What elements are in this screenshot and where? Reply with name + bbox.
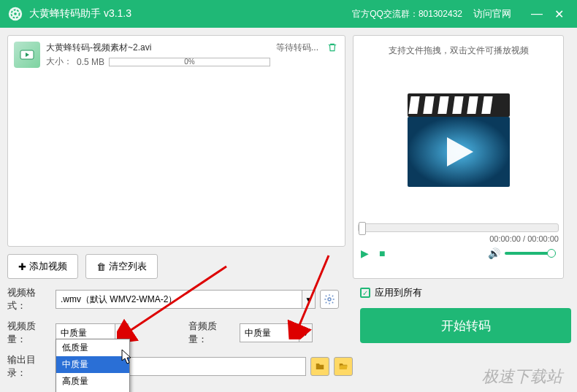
file-name: 大黄蜂转码-视频素材~2.avi bbox=[46, 42, 270, 54]
quality-dropdown: 低质量 中质量 高质量 默认 bbox=[56, 339, 130, 392]
svg-point-2 bbox=[14, 12, 17, 15]
chevron-down-icon: ▼ bbox=[299, 324, 312, 342]
quality-option-low[interactable]: 低质量 bbox=[56, 339, 129, 356]
seek-slider[interactable] bbox=[358, 223, 559, 232]
minimize-button[interactable]: — bbox=[526, 7, 548, 20]
start-transcode-button[interactable]: 开始转码 bbox=[360, 308, 571, 343]
file-status: 等待转码... bbox=[276, 42, 323, 54]
titlebar: 大黄蜂转码助手 v3.1.3 官方QQ交流群：801302432 访问官网 — … bbox=[0, 0, 577, 28]
video-quality-label: 视频质量： bbox=[7, 320, 51, 346]
apply-all-label: 应用到所有 bbox=[375, 286, 422, 299]
time-display: 00:00:00 / 00:00:00 bbox=[358, 234, 559, 243]
official-site-link[interactable]: 访问官网 bbox=[473, 7, 511, 20]
open-folder-button[interactable] bbox=[334, 357, 353, 376]
output-dir-label: 输出目录： bbox=[7, 353, 51, 380]
file-list: 大黄蜂转码-视频素材~2.avi 大小： 0.5 MB 0% 等待转码... bbox=[7, 35, 345, 247]
video-format-select[interactable]: .wmv（默认 WMV2-WMA-2）▼ bbox=[56, 290, 316, 309]
video-format-label: 视频格式： bbox=[7, 286, 51, 312]
delete-file-button[interactable] bbox=[327, 42, 339, 54]
browse-folder-button[interactable] bbox=[310, 357, 329, 376]
app-logo-icon bbox=[7, 6, 23, 22]
play-button[interactable]: ▶ bbox=[361, 247, 369, 259]
video-file-icon bbox=[14, 42, 40, 68]
preview-panel: 支持文件拖拽，双击文件可播放视频 00:00:00 / 00:00:00 ▶ ■… bbox=[353, 35, 564, 279]
file-size-label: 大小： bbox=[46, 55, 72, 68]
app-title: 大黄蜂转码助手 v3.1.3 bbox=[29, 7, 131, 20]
add-video-button[interactable]: ✚添加视频 bbox=[7, 254, 78, 279]
progress-bar: 0% bbox=[109, 58, 270, 66]
stop-button[interactable]: ■ bbox=[379, 247, 385, 259]
video-preview[interactable] bbox=[364, 64, 554, 210]
preview-hint: 支持文件拖拽，双击文件可播放视频 bbox=[389, 45, 529, 57]
close-button[interactable]: ✕ bbox=[548, 7, 570, 21]
audio-quality-label: 音频质量： bbox=[188, 320, 235, 346]
plus-icon: ✚ bbox=[18, 261, 26, 272]
svg-point-14 bbox=[328, 298, 331, 301]
chevron-down-icon: ▼ bbox=[302, 291, 315, 308]
trash-icon: 🗑 bbox=[96, 261, 106, 272]
volume-slider[interactable] bbox=[505, 252, 556, 255]
format-settings-button[interactable] bbox=[320, 290, 339, 309]
qq-group: 官方QQ交流群：801302432 bbox=[352, 8, 462, 20]
file-size: 0.5 MB bbox=[77, 57, 104, 67]
quality-option-medium[interactable]: 中质量 bbox=[56, 356, 129, 373]
volume-icon[interactable]: 🔊 bbox=[488, 247, 500, 259]
file-item[interactable]: 大黄蜂转码-视频素材~2.avi 大小： 0.5 MB 0% 等待转码... bbox=[14, 42, 339, 68]
quality-option-high[interactable]: 高质量 bbox=[56, 373, 129, 390]
clear-list-button[interactable]: 🗑清空列表 bbox=[85, 254, 158, 279]
apply-all-checkbox[interactable]: ✓ bbox=[360, 288, 370, 298]
audio-quality-select[interactable]: 中质量▼ bbox=[240, 323, 313, 342]
